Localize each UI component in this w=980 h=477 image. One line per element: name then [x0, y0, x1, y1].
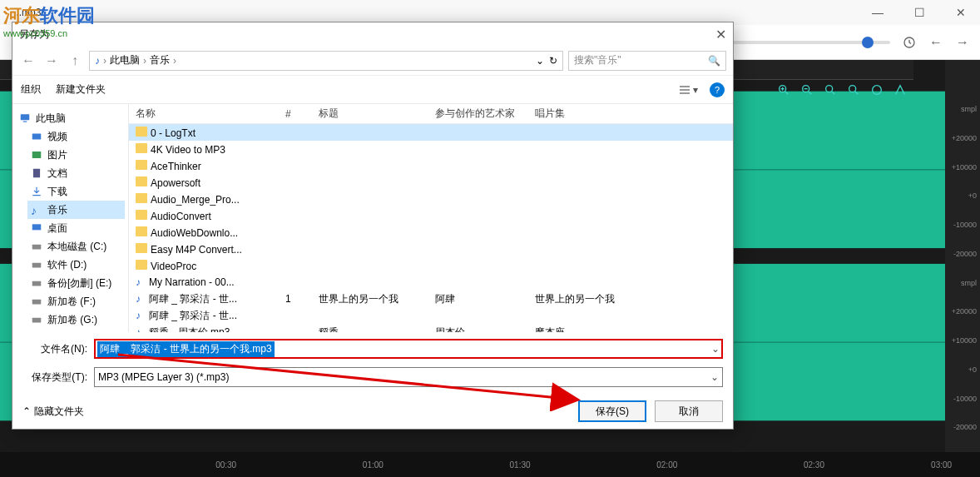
- cancel-button[interactable]: 取消: [655, 400, 723, 422]
- col-header-album[interactable]: 唱片集: [528, 107, 645, 121]
- scale-mark: +10000: [945, 163, 980, 192]
- tool-b-icon[interactable]: [893, 83, 908, 98]
- filetype-value: MP3 (MPEG Layer 3) (*.mp3): [98, 371, 229, 383]
- tree-item-disk[interactable]: 新加卷 (F:): [27, 292, 125, 311]
- zoom-sel-icon[interactable]: [847, 83, 862, 98]
- tree-item-picture[interactable]: 图片: [27, 146, 125, 164]
- file-row[interactable]: ♪My Narration - 00...: [129, 274, 733, 291]
- filename-dropdown-icon[interactable]: ⌄: [711, 343, 720, 355]
- hide-folders-toggle[interactable]: ⌃ 隐藏文件夹: [22, 405, 84, 419]
- close-app-button[interactable]: ✕: [948, 4, 973, 21]
- dialog-toolbar: 组织 新建文件夹 ▾ ?: [12, 76, 733, 104]
- svg-rect-27: [32, 245, 42, 250]
- organize-button[interactable]: 组织: [21, 82, 41, 97]
- nav-back-button[interactable]: ←: [19, 52, 37, 70]
- col-header-artist[interactable]: 参与创作的艺术家: [428, 107, 528, 121]
- breadcrumb-item[interactable]: 此电脑: [110, 53, 140, 67]
- prev-icon[interactable]: ←: [928, 35, 943, 50]
- download-icon: [31, 186, 42, 197]
- svg-rect-24: [32, 152, 42, 158]
- file-row[interactable]: Apowersoft: [129, 174, 733, 191]
- file-row[interactable]: VideoProc: [129, 257, 733, 274]
- watermark-url: www.pc0359.cn: [3, 28, 95, 38]
- dialog-close-button[interactable]: ✕: [715, 27, 726, 42]
- filetype-dropdown-icon[interactable]: ⌄: [710, 371, 719, 383]
- zoom-in-icon[interactable]: [777, 83, 792, 98]
- next-icon[interactable]: →: [955, 35, 970, 50]
- filetype-select[interactable]: MP3 (MPEG Layer 3) (*.mp3) ⌄: [94, 367, 723, 387]
- zoom-out-icon[interactable]: [800, 83, 815, 98]
- file-list-header[interactable]: 名称 # 标题 参与创作的艺术家 唱片集: [129, 104, 733, 124]
- svg-point-15: [849, 86, 856, 92]
- view-mode-button[interactable]: ▾: [678, 84, 698, 96]
- breadcrumb-item[interactable]: 音乐: [150, 53, 170, 67]
- svg-line-11: [809, 92, 811, 94]
- maximize-button[interactable]: ☐: [907, 4, 932, 21]
- collapse-icon: ⌃: [22, 405, 31, 417]
- video-icon: [31, 131, 42, 142]
- file-row[interactable]: ♪阿肆 _ 郭采洁 - 世...: [129, 307, 733, 324]
- col-header-num[interactable]: #: [279, 108, 312, 120]
- file-row[interactable]: 0 - LogTxt: [129, 124, 733, 141]
- refresh-icon[interactable]: ↻: [549, 55, 557, 67]
- folder-icon: [136, 193, 147, 203]
- smpl-label: smpl: [945, 279, 980, 308]
- history-icon[interactable]: [902, 35, 917, 50]
- svg-rect-28: [32, 263, 42, 268]
- svg-line-7: [785, 92, 788, 94]
- tree-item-desktop[interactable]: 桌面: [27, 219, 125, 237]
- breadcrumb-dropdown-icon[interactable]: ⌄: [536, 55, 544, 67]
- document-icon: [31, 167, 42, 179]
- tree-item-disk[interactable]: 本地磁盘 (C:): [27, 237, 125, 256]
- tree-item-video[interactable]: 视频: [27, 127, 125, 146]
- disk-icon: [31, 259, 42, 271]
- save-button[interactable]: 保存(S): [578, 400, 646, 422]
- scale-mark: +0: [945, 191, 980, 221]
- file-row[interactable]: AudioConvert: [129, 207, 733, 224]
- disk-icon: [31, 277, 42, 289]
- watermark-logo: 河东软件园 www.pc0359.cn: [3, 3, 95, 38]
- tree-this-pc[interactable]: 此电脑: [16, 109, 125, 127]
- breadcrumb[interactable]: ♪ › 此电脑 › 音乐 › ⌄↻: [89, 51, 563, 71]
- svg-line-14: [832, 92, 834, 94]
- folder-tree[interactable]: 此电脑 视频图片文档下载♪音乐桌面本地磁盘 (C:)软件 (D:)备份[勿删] …: [12, 104, 129, 332]
- file-row[interactable]: AceThinker: [129, 157, 733, 174]
- nav-forward-button[interactable]: →: [42, 52, 61, 70]
- col-header-title[interactable]: 标题: [312, 107, 428, 121]
- file-row[interactable]: Easy M4P Convert...: [129, 241, 733, 257]
- search-placeholder: 搜索"音乐": [574, 53, 621, 67]
- search-icon[interactable]: 🔍: [708, 55, 720, 67]
- folder-icon: [136, 243, 147, 253]
- search-input[interactable]: 搜索"音乐" 🔍: [568, 51, 726, 71]
- file-row[interactable]: 4K Video to MP3: [129, 141, 733, 157]
- tree-item-disk[interactable]: 软件 (D:): [27, 256, 125, 274]
- tree-item-document[interactable]: 文档: [27, 164, 125, 182]
- svg-rect-25: [33, 169, 40, 178]
- file-list[interactable]: 名称 # 标题 参与创作的艺术家 唱片集 0 - LogTxt4K Video …: [129, 104, 733, 332]
- zoom-slider[interactable]: [724, 41, 890, 44]
- dialog-titlebar: 另存为 ✕: [12, 22, 733, 46]
- file-row[interactable]: ♪阿肆 _ 郭采洁 - 世...1世界上的另一个我阿肆世界上的另一个我: [129, 291, 733, 307]
- tree-item-download[interactable]: 下载: [27, 182, 125, 201]
- help-icon[interactable]: ?: [710, 82, 725, 97]
- tree-item-disk[interactable]: 新加卷 (G:): [27, 311, 125, 329]
- music-file-icon: ♪: [136, 310, 146, 320]
- filename-input[interactable]: 阿肆 _ 郭采洁 - 世界上的另一个我.mp3 ⌄: [94, 339, 723, 359]
- folder-icon: [136, 260, 147, 270]
- new-folder-button[interactable]: 新建文件夹: [56, 82, 106, 97]
- tree-item-disk[interactable]: 备份[勿删] (E:): [27, 274, 125, 292]
- file-row[interactable]: Audio_Merge_Pro...: [129, 191, 733, 207]
- file-row[interactable]: AudioWebDownlo...: [129, 224, 733, 241]
- zoom-fit-icon[interactable]: [824, 83, 839, 98]
- file-row[interactable]: ♪稻香 - 周杰伦.mp3稻香周杰伦魔杰座: [129, 324, 733, 332]
- nav-up-button[interactable]: ↑: [66, 52, 84, 70]
- time-ruler[interactable]: 00:30 01:00 01:30 02:00 02:30 03:00: [0, 452, 980, 477]
- minimize-button[interactable]: —: [865, 4, 890, 21]
- tool-a-icon[interactable]: [870, 83, 885, 98]
- scale-mark: +10000: [945, 336, 980, 365]
- tree-item-music[interactable]: ♪音乐: [27, 201, 125, 219]
- col-header-name[interactable]: 名称: [129, 107, 279, 121]
- music-note-icon: ♪: [95, 55, 100, 67]
- scale-mark: -10000: [945, 395, 980, 424]
- disk-icon: [31, 314, 42, 325]
